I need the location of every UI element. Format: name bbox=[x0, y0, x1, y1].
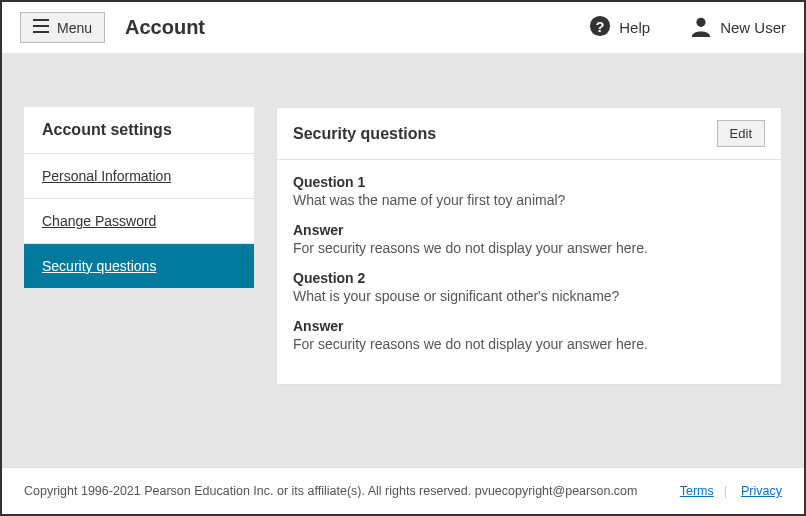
sidebar-item-change-password[interactable]: Change Password bbox=[24, 199, 254, 244]
content-area: Account settings Personal Information Ch… bbox=[2, 53, 804, 467]
help-link[interactable]: ? Help bbox=[589, 15, 650, 40]
svg-point-5 bbox=[697, 18, 706, 27]
footer: Copyright 1996-2021 Pearson Education In… bbox=[2, 467, 804, 514]
user-icon bbox=[690, 15, 712, 40]
copyright-text: Copyright 1996-2021 Pearson Education In… bbox=[24, 484, 637, 498]
question-text: What was the name of your first toy anim… bbox=[293, 192, 765, 208]
user-label: New User bbox=[720, 19, 786, 36]
topbar: Menu Account ? Help New User bbox=[2, 2, 804, 53]
terms-link[interactable]: Terms bbox=[680, 484, 714, 498]
svg-rect-0 bbox=[33, 19, 49, 21]
svg-rect-2 bbox=[33, 31, 49, 33]
question-label: Question 2 bbox=[293, 270, 765, 286]
user-menu[interactable]: New User bbox=[690, 15, 786, 40]
sidebar-item-personal-information[interactable]: Personal Information bbox=[24, 154, 254, 199]
answer-label: Answer bbox=[293, 222, 765, 238]
sidebar-item-security-questions[interactable]: Security questions bbox=[24, 244, 254, 288]
app-frame: Menu Account ? Help New User Account set… bbox=[0, 0, 806, 516]
privacy-link[interactable]: Privacy bbox=[741, 484, 782, 498]
answer-text: For security reasons we do not display y… bbox=[293, 240, 765, 256]
hamburger-icon bbox=[33, 19, 49, 36]
footer-divider: | bbox=[724, 484, 727, 498]
question-text: What is your spouse or significant other… bbox=[293, 288, 765, 304]
answer-block: Answer For security reasons we do not di… bbox=[293, 222, 765, 256]
sidebar-title: Account settings bbox=[24, 107, 254, 154]
svg-rect-1 bbox=[33, 25, 49, 27]
card-body: Question 1 What was the name of your fir… bbox=[277, 160, 781, 384]
question-block: Question 1 What was the name of your fir… bbox=[293, 174, 765, 208]
question-block: Question 2 What is your spouse or signif… bbox=[293, 270, 765, 304]
svg-text:?: ? bbox=[596, 19, 605, 35]
answer-label: Answer bbox=[293, 318, 765, 334]
help-label: Help bbox=[619, 19, 650, 36]
menu-button[interactable]: Menu bbox=[20, 12, 105, 43]
answer-text: For security reasons we do not display y… bbox=[293, 336, 765, 352]
help-icon: ? bbox=[589, 15, 611, 40]
edit-button[interactable]: Edit bbox=[717, 120, 765, 147]
security-questions-card: Security questions Edit Question 1 What … bbox=[276, 107, 782, 385]
settings-sidebar: Account settings Personal Information Ch… bbox=[24, 107, 254, 288]
card-header: Security questions Edit bbox=[277, 108, 781, 160]
menu-button-label: Menu bbox=[57, 20, 92, 36]
answer-block: Answer For security reasons we do not di… bbox=[293, 318, 765, 352]
page-title: Account bbox=[125, 16, 205, 39]
question-label: Question 1 bbox=[293, 174, 765, 190]
card-title: Security questions bbox=[293, 125, 436, 143]
